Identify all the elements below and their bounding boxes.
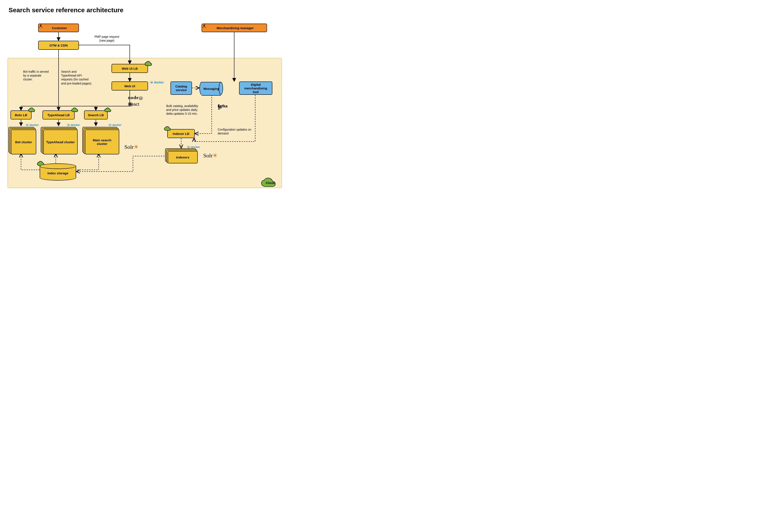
- solr-logo: Solr☀: [124, 144, 138, 150]
- docker-logo: 🐳 docker: [66, 123, 80, 126]
- search-lb-label: Search LB: [88, 113, 104, 117]
- web-ui-label: Web UI: [124, 84, 135, 88]
- messaging-node: Messaging: [199, 82, 223, 95]
- bots-lb-node: Bots LB: [10, 111, 32, 119]
- pmp-note: PMP page request(new page): [90, 35, 124, 42]
- search-lb-node: Search LB: [84, 111, 108, 119]
- docker-logo: 🐳 docker: [150, 81, 164, 84]
- svg-point-12: [203, 25, 205, 26]
- indexer-lb-label: Indexer LB: [173, 132, 189, 135]
- diagram-title: Search service reference architecture: [8, 6, 123, 14]
- bots-lb-label: Bots LB: [15, 113, 27, 117]
- index-storage-label: Index storage: [48, 171, 68, 175]
- typeahead-lb-node: TypeAhead LB: [42, 111, 75, 119]
- indexers-label: Indexers: [176, 155, 189, 159]
- bot-cluster-node: Bot cluster: [11, 129, 36, 154]
- gtm-cdn-label: GTM & CDN: [50, 43, 68, 47]
- main-search-cluster-label: Main search cluster: [87, 138, 117, 146]
- nodejs-logo: nodejs: [128, 95, 143, 100]
- indexers-node: Indexers: [168, 151, 198, 163]
- main-search-cluster-node: Main search cluster: [85, 129, 119, 154]
- bulk-note: Bulk catalog, availability and price upd…: [166, 104, 203, 116]
- catalog-service-label: Catalog service: [173, 85, 190, 92]
- docker-logo: 🐳 docker: [108, 123, 121, 126]
- indexer-lb-node: Indexer LB: [167, 129, 195, 138]
- digital-merch-tool-node: Digital merchandising tool: [239, 82, 272, 95]
- web-ui-node: Web UI: [112, 82, 148, 91]
- config-note: Configuration updates on demand: [218, 128, 252, 135]
- web-ui-lb-node: Web UI LB: [112, 64, 148, 73]
- typeahead-cluster-node: TypeAhead cluster: [43, 129, 77, 154]
- merch-manager-label: Merchandising manager: [217, 26, 254, 30]
- kafka-logo: kafka: [218, 104, 227, 108]
- react-logo: React: [128, 102, 139, 107]
- digital-merch-tool-label: Digital merchandising tool: [241, 83, 270, 94]
- gtm-cdn-node: GTM & CDN: [38, 41, 79, 50]
- typeahead-cluster-label: TypeAhead cluster: [46, 140, 75, 144]
- customer-label: Customer: [52, 26, 67, 30]
- bot-traffic-note: Bot traffic is served by a separate clus…: [23, 70, 49, 82]
- messaging-label: Messaging: [203, 87, 219, 91]
- docker-logo: 🐳 docker: [25, 123, 39, 126]
- web-ui-lb-label: Web UI LB: [122, 67, 138, 70]
- svg-point-11: [40, 25, 41, 26]
- merch-manager-actor: Merchandising manager: [201, 24, 267, 32]
- docker-logo: 🐳 docker: [187, 146, 200, 149]
- customer-actor: Customer: [38, 24, 79, 32]
- catalog-service-node: Catalog service: [170, 82, 192, 95]
- index-storage-node: Index storage: [40, 163, 76, 181]
- bot-cluster-label: Bot cluster: [15, 140, 32, 144]
- typeahead-lb-label: TypeAhead LB: [48, 113, 70, 117]
- search-api-note: Search and TypeAhead API requests (for c…: [61, 70, 92, 85]
- solr-logo: Solr☀: [203, 152, 217, 159]
